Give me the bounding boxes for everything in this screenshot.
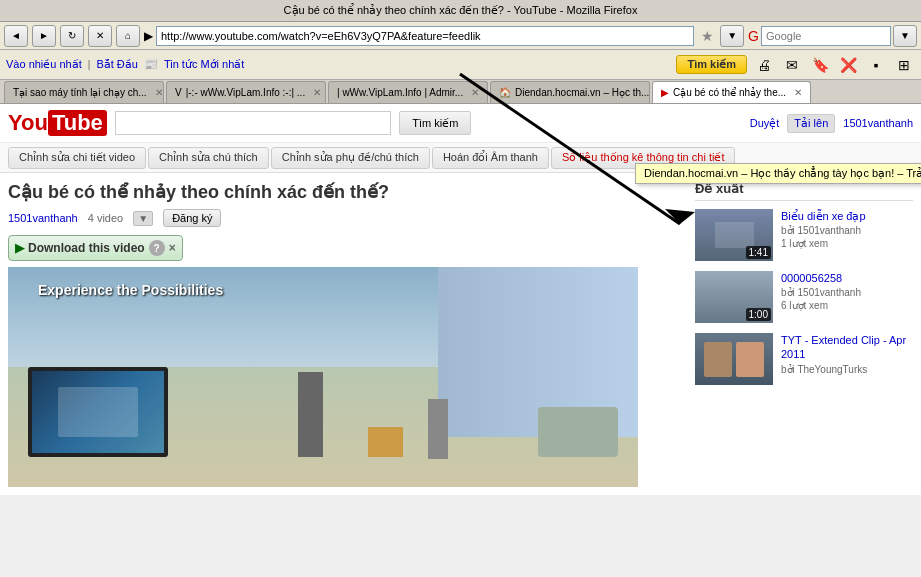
- back-button[interactable]: ◄: [4, 25, 28, 47]
- nav-bar: ◄ ► ↻ ✕ ⌂ ▶ ★ ▼ G ▼: [0, 22, 921, 50]
- tab-2-close[interactable]: ✕: [471, 87, 479, 98]
- toolbar-icon-menu[interactable]: ▪: [865, 54, 887, 76]
- suggested-item-2[interactable]: TYT - Extended Clip - Apr 2011 bởi TheYo…: [695, 333, 913, 385]
- suggested-views-0: 1 lượt xem: [781, 238, 913, 249]
- tv-content: [58, 387, 137, 436]
- tab-tooltip: Diendan.hocmai.vn – Học thầy chẳng tày h…: [635, 163, 921, 184]
- subscribe-button[interactable]: Đăng ký: [163, 209, 221, 227]
- youtube-right-sidebar: Đề xuất 1:41 Biểu diễn xe đạp bởi 1501va…: [683, 181, 913, 487]
- tab-0-label: Tại sao máy tính lại chạy ch...: [13, 87, 147, 98]
- download-arrow-icon: ▶: [15, 241, 24, 255]
- download-help-button[interactable]: ?: [149, 240, 165, 256]
- suggested-info-2: TYT - Extended Clip - Apr 2011 bởi TheYo…: [781, 333, 913, 385]
- toolbar-link-most-visited[interactable]: Vào nhiều nhất: [6, 58, 82, 71]
- youtube-main: Cậu bé có thể nhảy theo chính xác đến th…: [0, 173, 921, 495]
- address-input[interactable]: [161, 30, 689, 42]
- face-2: [736, 342, 764, 377]
- toolbar-icon-rss[interactable]: ⊞: [893, 54, 915, 76]
- tab-1-icon: V: [175, 87, 182, 98]
- suggested-views-1: 6 lượt xem: [781, 300, 913, 311]
- address-bar-container: ▶ ★ ▼: [144, 25, 744, 47]
- toolbar-separator-1: |: [88, 59, 91, 70]
- tab-1[interactable]: V |-:- wWw.VipLam.Info :-:| ... ✕: [166, 81, 326, 103]
- suggested-thumb-0: 1:41: [695, 209, 773, 261]
- tooltip-text: Diendan.hocmai.vn – Học thầy chẳng tày h…: [644, 167, 921, 179]
- edit-captions-button[interactable]: Chỉnh sửa phụ đề/chú thích: [271, 147, 430, 169]
- tab-4-active[interactable]: ▶ Cậu bé có thể nhảy the... ✕: [652, 81, 811, 103]
- youtube-search-button[interactable]: Tìm kiếm: [399, 111, 471, 135]
- scene-text: Experience the Possibilities: [38, 282, 223, 298]
- thumb-duration-0: 1:41: [746, 246, 771, 259]
- suggested-video-title-2[interactable]: TYT - Extended Clip - Apr 2011: [781, 333, 913, 362]
- stop-button[interactable]: ✕: [88, 25, 112, 47]
- thumb-img-0: [715, 222, 754, 248]
- youtube-upload-btn[interactable]: Tải lên: [787, 114, 835, 133]
- suggested-channel-2: bởi TheYoungTurks: [781, 364, 913, 375]
- suggested-info-1: 0000056258 bởi 1501vanthanh 6 lượt xem: [781, 271, 913, 323]
- channel-dropdown-icon[interactable]: ▼: [133, 211, 153, 226]
- nav-arrow-down[interactable]: ▼: [720, 25, 744, 47]
- swap-audio-button[interactable]: Hoán đổi Âm thanh: [432, 147, 549, 169]
- tab-0[interactable]: Tại sao máy tính lại chạy ch... ✕: [4, 81, 164, 103]
- scene-tv-screen: [32, 371, 164, 453]
- download-banner-text: Download this video: [28, 241, 145, 255]
- download-banner[interactable]: ▶ Download this video ? ×: [8, 235, 183, 261]
- suggested-channel-1: bởi 1501vanthanh: [781, 287, 913, 298]
- bookmarks-toolbar: Vào nhiều nhất | Bắt Đầu 📰 Tin tức Mới n…: [0, 50, 921, 80]
- tab-4-label: Cậu bé có thể nhảy the...: [673, 87, 786, 98]
- address-bar[interactable]: [156, 26, 694, 46]
- bookmark-star[interactable]: ★: [697, 26, 717, 46]
- toolbar-icon-email[interactable]: ✉: [781, 54, 803, 76]
- window-title: Cậu bé có thể nhảy theo chính xác đến th…: [8, 4, 913, 17]
- search-engine-icon: G: [748, 28, 759, 44]
- channel-link[interactable]: 1501vanthanh: [8, 212, 78, 224]
- search-bar[interactable]: [761, 26, 891, 46]
- tab-3-icon: 🏠: [499, 87, 511, 98]
- edit-annotations-button[interactable]: Chỉnh sửa chú thích: [148, 147, 269, 169]
- search-input[interactable]: [766, 30, 886, 42]
- face-1: [704, 342, 732, 377]
- tab-1-close[interactable]: ✕: [313, 87, 321, 98]
- tab-4-icon: ▶: [661, 87, 669, 98]
- edit-details-button[interactable]: Chỉnh sửa chi tiết video: [8, 147, 146, 169]
- toolbar-icon-close[interactable]: ❌: [837, 54, 859, 76]
- scene-tv: [28, 367, 168, 457]
- youtube-logo-tube: Tube: [48, 110, 107, 136]
- tab-4-close[interactable]: ✕: [794, 87, 802, 98]
- video-meta: 1501vanthanh 4 video ▼ Đăng ký: [8, 209, 683, 227]
- youtube-header: YouTube Tìm kiếm Duyệt Tải lên 1501vanth…: [0, 104, 921, 143]
- suggested-item-1[interactable]: 1:00 0000056258 bởi 1501vanthanh 6 lượt …: [695, 271, 913, 323]
- suggested-video-title-0[interactable]: Biểu diễn xe đạp: [781, 209, 913, 223]
- search-area: G ▼: [748, 25, 917, 47]
- tab-0-close[interactable]: ✕: [155, 87, 163, 98]
- youtube-logo[interactable]: YouTube: [8, 110, 107, 136]
- forward-button[interactable]: ►: [32, 25, 56, 47]
- download-close-button[interactable]: ×: [169, 241, 176, 255]
- yahoo-search-button[interactable]: Tìm kiếm: [676, 55, 747, 74]
- youtube-browse-link[interactable]: Duyệt: [750, 117, 780, 130]
- youtube-search-input[interactable]: [115, 111, 391, 135]
- suggested-title: Đề xuất: [695, 181, 913, 201]
- tab-2-label: | wWw.VipLam.Info | Admir...: [337, 87, 463, 98]
- suggested-video-title-1[interactable]: 0000056258: [781, 271, 913, 285]
- youtube-nav: Duyệt Tải lên 1501vanthanh: [750, 114, 913, 133]
- search-dropdown-button[interactable]: ▼: [893, 25, 917, 47]
- video-frame: Experience the Possibilities: [8, 267, 638, 487]
- toolbar-icon-bookmark-add[interactable]: 🔖: [809, 54, 831, 76]
- video-player[interactable]: Experience the Possibilities: [8, 267, 638, 487]
- tabs-bar: Tại sao máy tính lại chạy ch... ✕ V |-:-…: [0, 80, 921, 104]
- youtube-username[interactable]: 1501vanthanh: [843, 117, 913, 129]
- youtube-left-column: Cậu bé có thể nhảy theo chính xác đến th…: [8, 181, 683, 487]
- refresh-button[interactable]: ↻: [60, 25, 84, 47]
- tab-2[interactable]: | wWw.VipLam.Info | Admir... ✕: [328, 81, 488, 103]
- home-button[interactable]: ⌂: [116, 25, 140, 47]
- toolbar-icon-print[interactable]: 🖨: [753, 54, 775, 76]
- video-title: Cậu bé có thể nhảy theo chính xác đến th…: [8, 181, 683, 203]
- suggested-item-0[interactable]: 1:41 Biểu diễn xe đạp bởi 1501vanthanh 1…: [695, 209, 913, 261]
- tab-3-label: Diendan.hocmai.vn – Học th...: [515, 87, 649, 98]
- suggested-info-0: Biểu diễn xe đạp bởi 1501vanthanh 1 lượt…: [781, 209, 913, 261]
- toolbar-link-start[interactable]: Bắt Đầu: [96, 58, 138, 71]
- tab-3[interactable]: 🏠 Diendan.hocmai.vn – Học th... ✕: [490, 81, 650, 103]
- thumb-duration-1: 1:00: [746, 308, 771, 321]
- toolbar-link-news[interactable]: Tin tức Mới nhất: [164, 58, 245, 71]
